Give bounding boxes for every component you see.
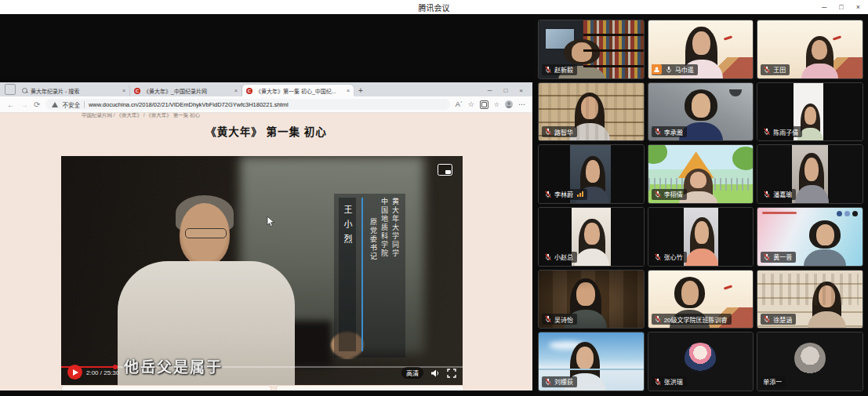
participant-tile[interactable]: 吴诗怡: [538, 270, 645, 329]
participant-name: 李林蔚: [554, 190, 573, 198]
banner-text: [762, 212, 797, 214]
participant-tile[interactable]: 潘嘉瑜: [757, 144, 863, 204]
fullscreen-icon[interactable]: [447, 369, 456, 378]
participant-tile[interactable]: 陈雨子倩: [757, 82, 863, 142]
video-time: 2:00 / 25:30: [86, 369, 119, 376]
caption-divider-line: [361, 198, 363, 351]
picture-in-picture-icon[interactable]: [438, 164, 452, 176]
participant-name-badge: 20级文学院匡班陈训睿: [652, 314, 732, 325]
browser-tab-active-video[interactable]: C 《黄大年》第一集 初心_中国纪... ×: [242, 85, 354, 96]
new-tab-button[interactable]: +: [358, 86, 363, 95]
participant-tile[interactable]: 刘檬荻: [538, 332, 645, 391]
tab-label: 《黄大年》第一集 初心_中国纪...: [256, 87, 343, 95]
participant-name-badge: 徐楚涵: [761, 314, 796, 325]
mic-muted-icon: [544, 128, 552, 136]
mic-muted-icon: [654, 191, 662, 198]
quality-button[interactable]: 高清: [401, 367, 423, 379]
minimize-icon[interactable]: ─: [822, 3, 826, 11]
interviewee-caption: 王小烈 黄大年大学同学 中国地质科学院 原党委书记: [334, 194, 405, 358]
browser-tab-search[interactable]: 黄大年纪录片 - 搜索 ×: [18, 85, 130, 96]
banner-logos: [837, 211, 858, 216]
maximize-icon[interactable]: □: [839, 3, 843, 11]
divider: [84, 101, 85, 108]
participant-name: 黄一晋: [773, 252, 792, 261]
collections-icon[interactable]: [480, 100, 488, 109]
participant-name: 潘嘉瑜: [773, 190, 792, 198]
participant-name-badge: 潘嘉瑜: [761, 189, 796, 200]
interviewee-glasses: [185, 228, 227, 238]
mic-muted-icon: [544, 315, 552, 323]
participant-tile[interactable]: 黄一晋: [757, 207, 863, 267]
browser-close-icon[interactable]: ×: [519, 87, 523, 94]
tab-close-icon[interactable]: ×: [234, 88, 238, 93]
participant-name-badge: 路智华: [542, 126, 577, 137]
participant-name: 李承瀚: [664, 128, 683, 136]
site-favicon: C: [134, 88, 140, 94]
meeting-titlebar: 腾讯会议 ─ □ ×: [0, 0, 868, 14]
participant-name-badge: 单添一: [761, 376, 786, 387]
active-member-icon: [652, 64, 662, 74]
tab-actions-icon[interactable]: [5, 84, 16, 95]
participant-tile[interactable]: 李林蔚: [538, 144, 645, 204]
volume-icon[interactable]: [430, 369, 440, 378]
participant-tile[interactable]: 小赵总: [538, 207, 645, 267]
participant-name: 陈雨子倩: [773, 128, 798, 136]
participant-name-badge: 李承瀚: [652, 126, 687, 137]
web-page: 中国纪录片网 / 《黄大年》 / 《黄大年》 第一集 初心 《黄大年》 第一集 …: [0, 113, 532, 391]
browser-tab-bar: 黄大年纪录片 - 搜索 × C 《黄大年》_中国纪录片网 × C 《黄大年》第一…: [0, 82, 532, 96]
breadcrumb[interactable]: 中国纪录片网 / 《黄大年》 / 《黄大年》 第一集 初心: [82, 113, 200, 118]
address-field[interactable]: 不安全 www.docuchina.cn/2018/02/21/VIDEmDhy…: [45, 99, 449, 110]
participant-name-badge: 赵新毅: [542, 64, 577, 75]
tab-close-icon[interactable]: ×: [122, 88, 125, 93]
participant-tile[interactable]: 路智华: [538, 82, 645, 142]
participant-tile[interactable]: 张洪瑞: [648, 332, 754, 391]
participant-name-badge: 刘檬荻: [542, 376, 577, 387]
related-content-card[interactable]: [61, 385, 271, 391]
participant-tile[interactable]: 20级文学院匡班陈训睿: [648, 270, 754, 329]
close-icon[interactable]: ×: [856, 3, 860, 11]
participant-tile[interactable]: 徐楚涵: [757, 270, 863, 329]
participant-tile[interactable]: 赵新毅: [538, 20, 645, 79]
favorites-icon[interactable]: ☆: [468, 100, 474, 108]
related-content-card[interactable]: [276, 385, 464, 391]
mic-muted-icon: [544, 191, 552, 198]
participant-tile[interactable]: 李承瀚: [648, 82, 754, 142]
participant-tile[interactable]: 张心竹: [648, 207, 754, 267]
mic-on-icon: [665, 66, 673, 74]
interviewee-title: 黄大年大学同学: [390, 198, 401, 351]
person-figure: [576, 219, 608, 267]
mic-muted-icon: [544, 66, 552, 74]
screen-share-area: 黄大年纪录片 - 搜索 × C 《黄大年》_中国纪录片网 × C 《黄大年》第一…: [0, 14, 534, 396]
participant-name: 张心竹: [664, 252, 683, 261]
browser-window-controls: ─ □ ×: [488, 87, 529, 96]
tab-label: 《黄大年》_中国纪录片网: [143, 87, 231, 95]
participant-name: 刘檬荻: [554, 377, 573, 386]
browser-maximize-icon[interactable]: □: [503, 87, 507, 94]
browser-minimize-icon[interactable]: ─: [488, 87, 492, 94]
browser-window: 黄大年纪录片 - 搜索 × C 《黄大年》_中国纪录片网 × C 《黄大年》第一…: [0, 82, 532, 391]
play-button[interactable]: [67, 365, 82, 380]
participant-tile[interactable]: 马巾遥: [648, 20, 754, 79]
person-figure: [806, 220, 844, 267]
avatar: [794, 343, 826, 374]
refresh-icon[interactable]: ⟳: [34, 100, 40, 109]
participant-tile[interactable]: 王田: [757, 20, 863, 79]
profile-avatar[interactable]: [505, 100, 513, 108]
back-icon[interactable]: ←: [7, 100, 15, 109]
video-subtitle: 他岳父是属于: [124, 355, 223, 376]
forward-icon[interactable]: →: [20, 100, 28, 109]
interviewee-name: 王小烈: [339, 198, 356, 351]
participant-tile[interactable]: 单添一: [757, 332, 863, 391]
video-player[interactable]: 王小烈 黄大年大学同学 中国地质科学院 原党委书记: [61, 156, 463, 385]
participant-name: 20级文学院匡班陈训睿: [664, 315, 728, 324]
mic-muted-icon: [763, 191, 771, 198]
participant-tile[interactable]: 李栩倩: [648, 144, 754, 204]
settings-menu-icon[interactable]: ⋯: [518, 100, 525, 108]
star-icon[interactable]: ☆: [494, 101, 499, 108]
browser-address-bar: ← → ⟳ 不安全 www.docuchina.cn/2018/02/21/VI…: [0, 96, 532, 113]
cartoon-bush: [732, 147, 754, 170]
tab-close-icon[interactable]: ×: [347, 88, 350, 93]
browser-tab-docuchina-home[interactable]: C 《黄大年》_中国纪录片网 ×: [130, 85, 242, 96]
read-aloud-icon[interactable]: Aˊ: [456, 100, 463, 108]
participant-name: 单添一: [763, 377, 782, 386]
